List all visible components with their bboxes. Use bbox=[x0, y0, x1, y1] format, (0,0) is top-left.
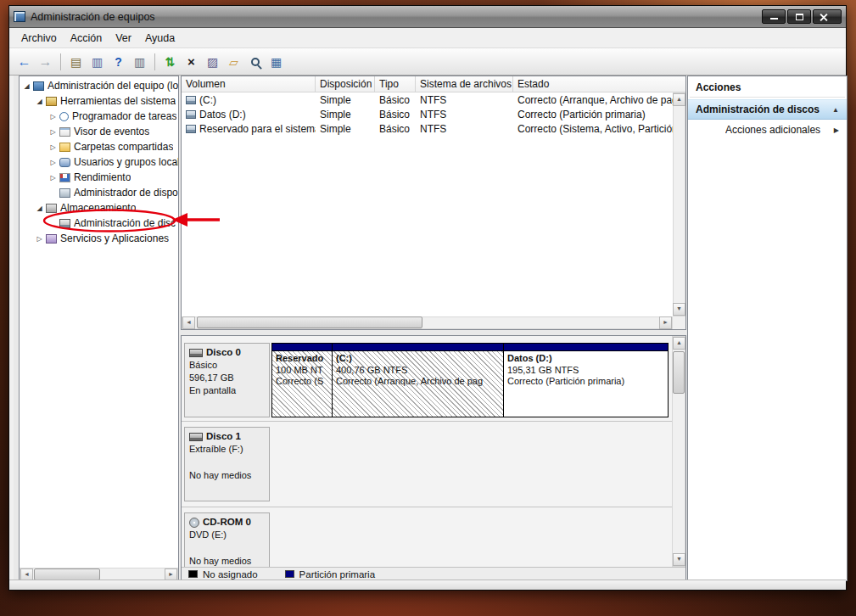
volume-tipo: Básico bbox=[375, 94, 416, 106]
status-bar bbox=[9, 580, 846, 590]
properties-icon[interactable]: ▨ bbox=[203, 52, 222, 71]
volume-icon bbox=[186, 96, 196, 104]
actions-pane-title: Acciones bbox=[688, 76, 847, 97]
system-tools-icon bbox=[46, 97, 57, 106]
partition-datos[interactable]: Datos (D:) 195,31 GB NTFS Correcto (Part… bbox=[504, 344, 668, 417]
tree-item-task-scheduler[interactable]: ▷ Programador de tareas bbox=[20, 109, 178, 124]
tree-item-services-applications[interactable]: ▷ Servicios y Aplicaciones bbox=[20, 231, 178, 246]
refresh-icon[interactable]: ⇅ bbox=[160, 52, 180, 71]
column-header-sistema-archivos[interactable]: Sistema de archivos bbox=[416, 76, 513, 92]
action-disk-management[interactable]: Administración de discos ▲ bbox=[688, 99, 847, 120]
menu-ayuda[interactable]: Ayuda bbox=[138, 30, 182, 47]
expand-arrow-icon[interactable]: ▷ bbox=[48, 128, 59, 136]
collapse-arrow-icon[interactable]: ▲ bbox=[832, 106, 839, 114]
column-header-volumen[interactable]: Volumen bbox=[182, 76, 316, 92]
tree-item-disk-management[interactable]: Administración de disc bbox=[20, 216, 178, 231]
menu-archivo[interactable]: Archivo bbox=[14, 30, 64, 47]
tree-horizontal-scrollbar[interactable]: ◄ ► bbox=[20, 568, 178, 580]
column-header-disposicion[interactable]: Disposición bbox=[316, 76, 375, 92]
tree-item-shared-folders[interactable]: ▷ Carpetas compartidas bbox=[20, 139, 178, 154]
disk-row-separator bbox=[182, 421, 672, 422]
hard-disk-icon bbox=[189, 433, 203, 441]
open-folder-icon[interactable]: ▱ bbox=[224, 52, 243, 71]
forward-icon[interactable]: → bbox=[36, 52, 55, 71]
scroll-down-icon[interactable]: ▼ bbox=[673, 553, 685, 566]
disk0-type: Básico bbox=[189, 359, 265, 372]
tree-item-system-tools[interactable]: ◢ Herramientas del sistema bbox=[20, 93, 178, 109]
volume-list-vertical-scrollbar[interactable]: ▲ ▼ bbox=[673, 92, 685, 316]
minimize-button[interactable] bbox=[762, 9, 786, 24]
scrollbar-thumb[interactable] bbox=[34, 568, 100, 580]
delete-icon[interactable]: × bbox=[182, 52, 201, 71]
expand-arrow-icon[interactable]: ◢ bbox=[34, 204, 45, 212]
cdrom0-info[interactable]: CD-ROM 0 DVD (E:) No hay medios bbox=[184, 512, 270, 567]
scroll-up-icon[interactable]: ▲ bbox=[673, 337, 685, 350]
scroll-down-icon[interactable]: ▼ bbox=[673, 303, 685, 316]
help-icon[interactable]: ? bbox=[109, 52, 128, 71]
cd-rom-icon bbox=[189, 518, 199, 528]
scroll-right-icon[interactable]: ► bbox=[659, 316, 672, 329]
disk1-info[interactable]: Disco 1 Extraíble (F:) No hay medios bbox=[184, 427, 270, 501]
partition-reservado[interactable]: Reservado 100 MB NT Correcto (S bbox=[272, 344, 333, 417]
tree-item-storage[interactable]: ◢ Almacenamiento bbox=[20, 200, 178, 216]
title-bar[interactable]: Administración de equipos bbox=[9, 6, 846, 28]
volume-list: Volumen Disposición Tipo Sistema de arch… bbox=[181, 76, 686, 330]
column-header-estado[interactable]: Estado bbox=[513, 76, 685, 92]
menu-accion[interactable]: Acción bbox=[64, 30, 109, 47]
expand-arrow-icon[interactable]: ▷ bbox=[48, 143, 59, 151]
legend-primary-partition-label: Partición primaria bbox=[299, 569, 375, 580]
back-icon[interactable]: ← bbox=[14, 52, 34, 71]
tree-item-event-viewer[interactable]: ▷ Visor de eventos bbox=[20, 124, 178, 139]
table-row-reservado[interactable]: Reservado para el sistema Simple Básico … bbox=[182, 121, 685, 136]
expand-arrow-icon[interactable]: ▷ bbox=[48, 159, 59, 166]
volume-disposicion: Simple bbox=[316, 109, 375, 120]
expand-arrow-icon[interactable]: ▷ bbox=[48, 113, 59, 120]
maximize-button[interactable] bbox=[787, 9, 811, 24]
zoom-icon[interactable] bbox=[245, 52, 265, 71]
cdrom0-status: No hay medios bbox=[189, 555, 265, 567]
action-pane-icon[interactable]: ▥ bbox=[130, 52, 149, 71]
console-tree-icon[interactable]: ▤ bbox=[66, 52, 86, 71]
partition-color-strip bbox=[272, 344, 332, 351]
disk-view-vertical-scrollbar[interactable]: ▲ ▼ bbox=[672, 336, 685, 567]
volume-tipo: Básico bbox=[375, 109, 416, 120]
event-viewer-icon bbox=[59, 127, 70, 137]
users-groups-icon bbox=[59, 158, 70, 167]
performance-icon bbox=[59, 173, 70, 182]
scrollbar-thumb[interactable] bbox=[197, 316, 422, 328]
console-tree: ◢ Administración del equipo (loc ◢ Herra… bbox=[19, 76, 179, 581]
expand-arrow-icon[interactable]: ◢ bbox=[34, 98, 45, 105]
expand-arrow-icon[interactable]: ◢ bbox=[21, 82, 32, 90]
partition-c[interactable]: (C:) 400,76 GB NTFS Correcto (Arranque, … bbox=[333, 344, 504, 417]
actions-separator bbox=[690, 97, 845, 98]
disk0-info[interactable]: Disco 0 Básico 596,17 GB En pantalla bbox=[184, 343, 270, 417]
column-header-tipo[interactable]: Tipo bbox=[375, 76, 416, 92]
scrollbar-thumb[interactable] bbox=[673, 351, 685, 394]
scroll-up-icon[interactable]: ▲ bbox=[673, 93, 685, 106]
volume-icon bbox=[186, 125, 196, 133]
export-list-icon[interactable]: ▥ bbox=[87, 52, 107, 71]
menu-bar: Archivo Acción Ver Ayuda bbox=[9, 28, 846, 48]
disk0-status: En pantalla bbox=[189, 384, 265, 397]
expand-arrow-icon[interactable]: ▷ bbox=[48, 174, 59, 182]
close-button[interactable] bbox=[813, 9, 842, 24]
disk0-partition-bar: Reservado 100 MB NT Correcto (S (C:) 400… bbox=[271, 343, 669, 417]
tree-item-local-users-groups[interactable]: ▷ Usuarios y grupos local bbox=[20, 154, 178, 170]
table-row-c[interactable]: (C:) Simple Básico NTFS Correcto (Arranq… bbox=[182, 92, 685, 107]
tree-item-computer-management[interactable]: ◢ Administración del equipo (loc bbox=[20, 78, 178, 93]
tree-item-device-manager[interactable]: Administrador de dispo bbox=[20, 185, 178, 200]
expand-arrow-icon[interactable]: ▷ bbox=[34, 235, 45, 243]
menu-ver[interactable]: Ver bbox=[109, 30, 138, 47]
table-row-datos[interactable]: Datos (D:) Simple Básico NTFS Correcto (… bbox=[182, 107, 685, 121]
volume-list-horizontal-scrollbar[interactable]: ◄ ► bbox=[182, 316, 673, 329]
tree-item-performance[interactable]: ▷ Rendimiento bbox=[20, 170, 178, 185]
legend-primary-partition-swatch bbox=[285, 570, 294, 578]
scroll-left-icon[interactable]: ◄ bbox=[182, 316, 195, 329]
computer-icon bbox=[33, 81, 44, 91]
disk0-size: 596,17 GB bbox=[189, 372, 265, 384]
services-applications-icon bbox=[46, 234, 57, 244]
disk-management-icon bbox=[59, 219, 70, 228]
action-more-actions[interactable]: Acciones adicionales ▶ bbox=[688, 120, 847, 140]
grid-icon[interactable]: ▦ bbox=[266, 52, 286, 71]
submenu-arrow-icon[interactable]: ▶ bbox=[834, 126, 839, 134]
